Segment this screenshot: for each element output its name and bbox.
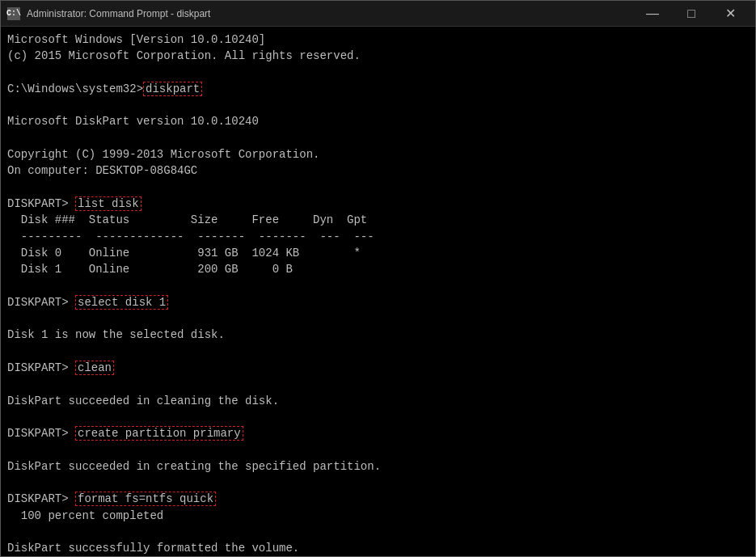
console-line: On computer: DESKTOP-08G84GC — [7, 162, 749, 179]
console-line — [7, 441, 749, 458]
console-line: --------- ------------- ------- ------- … — [7, 229, 749, 245]
console-line: Microsoft DiskPart version 10.0.10240 — [7, 113, 749, 129]
console-line — [7, 376, 749, 392]
console-line: DISKPART> select disk 1 — [7, 294, 749, 310]
command-text: format fs=ntfs quick — [75, 492, 216, 506]
console-line — [7, 344, 749, 360]
console-line: DiskPart succeeded in creating the speci… — [7, 458, 749, 475]
console-line — [7, 97, 749, 113]
console-line: DISKPART> clean — [7, 360, 749, 376]
console-line: DiskPart successfully formatted the volu… — [7, 540, 749, 556]
close-button[interactable]: ✕ — [712, 2, 749, 25]
console-line — [7, 130, 749, 146]
console-line: DISKPART> list disk — [7, 196, 749, 212]
window-title: Administrator: Command Prompt - diskpart — [27, 8, 634, 19]
console-line — [7, 475, 749, 491]
app-icon: C:\ — [7, 7, 20, 20]
console-line: Disk 0 Online 931 GB 1024 KB * — [7, 245, 749, 261]
console-line: Microsoft Windows [Version 10.0.10240] — [7, 32, 749, 48]
console-line: (c) 2015 Microsoft Corporation. All righ… — [7, 48, 749, 64]
command-text: diskpart — [143, 82, 202, 96]
prompt-text: DISKPART> — [7, 492, 75, 505]
command-text: select disk 1 — [75, 295, 168, 310]
console-line: Disk ### Status Size Free Dyn Gpt — [7, 212, 749, 228]
console-line: DISKPART> create partition primary — [7, 425, 749, 441]
console-line — [7, 179, 749, 196]
console-line: DiskPart succeeded in cleaning the disk. — [7, 393, 749, 409]
console-line — [7, 524, 749, 540]
maximize-button[interactable]: □ — [673, 2, 710, 25]
command-text: clean — [75, 361, 114, 375]
console-line — [7, 65, 749, 81]
console-line: Disk 1 is now the selected disk. — [7, 327, 749, 343]
window: C:\ Administrator: Command Prompt - disk… — [0, 0, 756, 557]
console-line — [7, 310, 749, 327]
prompt-text: DISKPART> — [7, 197, 75, 210]
console-line: 100 percent completed — [7, 508, 749, 524]
console-line: Disk 1 Online 200 GB 0 B — [7, 261, 749, 277]
command-text: create partition primary — [75, 426, 243, 441]
prompt-text: DISKPART> — [7, 296, 75, 309]
minimize-button[interactable]: — — [634, 2, 671, 25]
prompt-text: DISKPART> — [7, 427, 75, 440]
title-bar: C:\ Administrator: Command Prompt - disk… — [1, 1, 755, 27]
console-line — [7, 409, 749, 425]
console-line: DISKPART> format fs=ntfs quick — [7, 491, 749, 507]
console-line: C:\Windows\system32>diskpart — [7, 81, 749, 97]
prompt-text: C:\Windows\system32> — [7, 82, 143, 95]
window-controls: — □ ✕ — [634, 2, 749, 25]
prompt-text: DISKPART> — [7, 361, 75, 374]
console-line — [7, 277, 749, 293]
command-text: list disk — [75, 196, 141, 211]
console-line: Copyright (C) 1999-2013 Microsoft Corpor… — [7, 146, 749, 162]
console-area[interactable]: Microsoft Windows [Version 10.0.10240](c… — [1, 27, 755, 556]
